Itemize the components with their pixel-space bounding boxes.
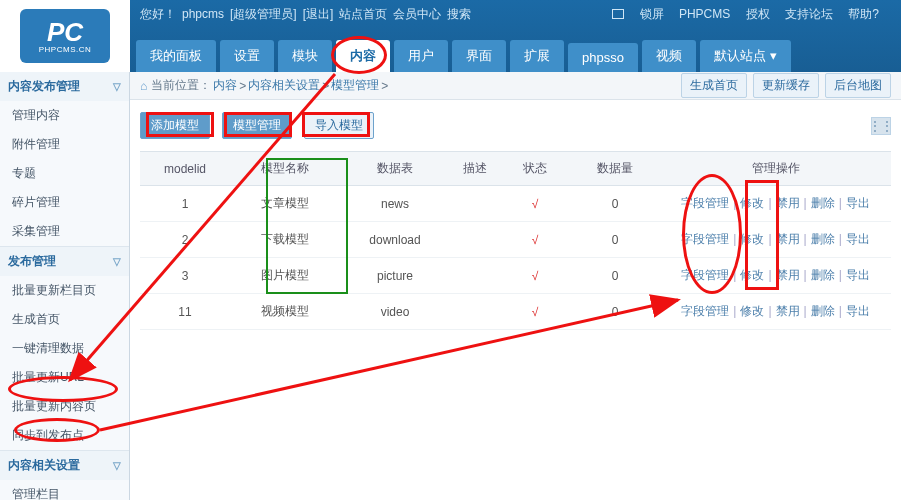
side-group-header[interactable]: 发布管理▽	[0, 247, 129, 276]
nav-tab-2[interactable]: 模块	[278, 40, 332, 72]
cell: 0	[570, 222, 660, 258]
nav-tab-5[interactable]: 界面	[452, 40, 506, 72]
op-del[interactable]: 删除	[811, 232, 835, 246]
col-table: 数据表	[340, 152, 450, 186]
nav-tab-7[interactable]: phpsso	[568, 43, 638, 72]
nav-tab-3[interactable]: 内容	[336, 40, 390, 72]
logo-sub: PHPCMS.CN	[39, 45, 92, 54]
op-del[interactable]: 删除	[811, 304, 835, 318]
manage-model-button[interactable]: 模型管理	[222, 112, 292, 139]
nav-tab-1[interactable]: 设置	[220, 40, 274, 72]
nav-tab-0[interactable]: 我的面板	[136, 40, 216, 72]
user-role: [超级管理员]	[230, 6, 297, 23]
cell: video	[340, 294, 450, 330]
nav-tab-6[interactable]: 扩展	[510, 40, 564, 72]
monitor-icon	[612, 9, 624, 19]
op-field[interactable]: 字段管理	[681, 196, 729, 210]
col-state: 状态	[500, 152, 570, 186]
crumb-sep: >	[381, 79, 388, 93]
sidebar-item[interactable]: 批量更新内容页	[0, 392, 129, 421]
op-del[interactable]: 删除	[811, 268, 835, 282]
help-link[interactable]: 帮助?	[848, 7, 879, 21]
sidebar-item[interactable]: 生成首页	[0, 305, 129, 334]
search-link[interactable]: 搜索	[447, 6, 471, 23]
crumb-p2[interactable]: 内容相关设置	[248, 77, 320, 94]
op-field[interactable]: 字段管理	[681, 268, 729, 282]
table-body: 1文章模型news√0字段管理|修改|禁用|删除|导出2下载模型download…	[140, 186, 891, 330]
add-model-button[interactable]: 添加模型	[140, 112, 210, 139]
cell	[450, 258, 500, 294]
cell: 视频模型	[230, 294, 340, 330]
logo-pc: PC	[47, 19, 83, 45]
col-id: modelid	[140, 152, 230, 186]
sidebar-item[interactable]: 批量更新栏目页	[0, 276, 129, 305]
nav-tab-8[interactable]: 视频	[642, 40, 696, 72]
op-edit[interactable]: 修改	[740, 304, 764, 318]
sidebar-item[interactable]: 附件管理	[0, 130, 129, 159]
site-home-link[interactable]: 站点首页	[339, 6, 387, 23]
cell: 2	[140, 222, 230, 258]
table-row: 11视频模型video√0字段管理|修改|禁用|删除|导出	[140, 294, 891, 330]
sidebar-item[interactable]: 批量更新URL	[0, 363, 129, 392]
op-disable[interactable]: 禁用	[776, 232, 800, 246]
op-export[interactable]: 导出	[846, 304, 870, 318]
ops-cell: 字段管理|修改|禁用|删除|导出	[660, 294, 891, 330]
username: phpcms	[182, 7, 224, 21]
sidebar-item[interactable]: 采集管理	[0, 217, 129, 246]
auth-link[interactable]: 授权	[746, 7, 770, 21]
op-export[interactable]: 导出	[846, 232, 870, 246]
cell: 文章模型	[230, 186, 340, 222]
gen-home-button[interactable]: 生成首页	[681, 73, 747, 98]
op-disable[interactable]: 禁用	[776, 268, 800, 282]
side-group-header[interactable]: 内容发布管理▽	[0, 72, 129, 101]
crumb-p1[interactable]: 内容	[213, 77, 237, 94]
table-row: 1文章模型news√0字段管理|修改|禁用|删除|导出	[140, 186, 891, 222]
model-table: modelid 模型名称 数据表 描述 状态 数据量 管理操作 1文章模型new…	[140, 151, 891, 330]
op-disable[interactable]: 禁用	[776, 196, 800, 210]
cell	[450, 294, 500, 330]
sidebar-item[interactable]: 碎片管理	[0, 188, 129, 217]
nav-tab-9[interactable]: 默认站点	[700, 40, 791, 72]
op-edit[interactable]: 修改	[740, 268, 764, 282]
table-head: modelid 模型名称 数据表 描述 状态 数据量 管理操作	[140, 152, 891, 186]
forum-link[interactable]: 支持论坛	[785, 7, 833, 21]
sidebar-item[interactable]: 同步到发布点	[0, 421, 129, 450]
op-field[interactable]: 字段管理	[681, 304, 729, 318]
sidebar-item[interactable]: 专题	[0, 159, 129, 188]
brand-link[interactable]: PHPCMS	[679, 7, 730, 21]
op-disable[interactable]: 禁用	[776, 304, 800, 318]
member-center-link[interactable]: 会员中心	[393, 6, 441, 23]
import-model-button[interactable]: 导入模型	[304, 112, 374, 139]
op-export[interactable]: 导出	[846, 196, 870, 210]
sitemap-button[interactable]: 后台地图	[825, 73, 891, 98]
sidebar-item[interactable]: 一键清理数据	[0, 334, 129, 363]
ops-cell: 字段管理|修改|禁用|删除|导出	[660, 258, 891, 294]
crumb-p3[interactable]: 模型管理	[331, 77, 379, 94]
col-count: 数据量	[570, 152, 660, 186]
col-name: 模型名称	[230, 152, 340, 186]
lock-link[interactable]: 锁屏	[640, 7, 664, 21]
op-del[interactable]: 删除	[811, 196, 835, 210]
crumb-sep: >	[322, 79, 329, 93]
cell: √	[500, 186, 570, 222]
sidebar: 内容发布管理▽管理内容附件管理专题碎片管理采集管理发布管理▽批量更新栏目页生成首…	[0, 72, 130, 500]
sidebar-item[interactable]: 管理栏目	[0, 480, 129, 500]
cell: 1	[140, 186, 230, 222]
sidebar-item[interactable]: 管理内容	[0, 101, 129, 130]
col-ops: 管理操作	[660, 152, 891, 186]
op-export[interactable]: 导出	[846, 268, 870, 282]
body: 内容发布管理▽管理内容附件管理专题碎片管理采集管理发布管理▽批量更新栏目页生成首…	[0, 72, 901, 500]
side-group-header[interactable]: 内容相关设置▽	[0, 451, 129, 480]
nav-tab-4[interactable]: 用户	[394, 40, 448, 72]
cell: 11	[140, 294, 230, 330]
col-desc: 描述	[450, 152, 500, 186]
home-icon: ⌂	[140, 79, 147, 93]
logout-link[interactable]: [退出]	[303, 6, 334, 23]
op-edit[interactable]: 修改	[740, 232, 764, 246]
cell: √	[500, 258, 570, 294]
drag-icon[interactable]: ⋮⋮	[871, 117, 891, 135]
toolbar: 添加模型 模型管理 导入模型 ⋮⋮	[130, 100, 901, 151]
refresh-cache-button[interactable]: 更新缓存	[753, 73, 819, 98]
op-field[interactable]: 字段管理	[681, 232, 729, 246]
op-edit[interactable]: 修改	[740, 196, 764, 210]
